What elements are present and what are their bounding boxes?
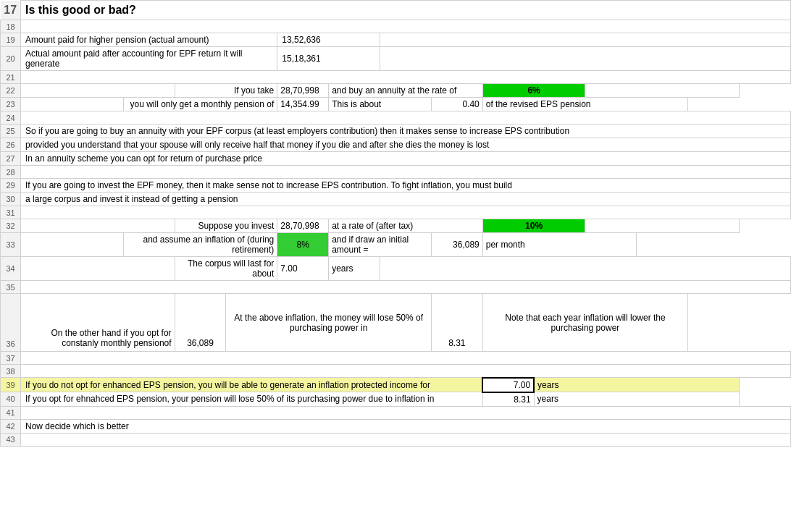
row22-text2: and buy an annuity at the rate of xyxy=(329,84,483,98)
row-26: 26 provided you understand that your spo… xyxy=(1,138,791,152)
row-num-17: 17 xyxy=(1,1,21,20)
row25-text: So if you are going to buy an annuity wi… xyxy=(21,124,791,138)
row-37: 37 xyxy=(1,352,791,365)
row26-text: provided you understand that your spouse… xyxy=(21,138,791,152)
row-17: 17 Is this good or bad? xyxy=(1,1,791,20)
row23-value1: 14,354.99 xyxy=(277,98,329,111)
row-42: 42 Now decide which is better xyxy=(1,419,791,433)
row34-text1: The corpus will last for about xyxy=(175,257,277,281)
row-20: 20 Actual amount paid after accounting f… xyxy=(1,47,791,71)
row32-value1: 28,70,998 xyxy=(277,219,329,233)
row32-text2: at a rate of (after tax) xyxy=(329,219,483,233)
row-num-34: 34 xyxy=(1,257,21,281)
row-34: 34 The corpus will last for about 7.00 y… xyxy=(1,257,791,281)
row-38: 38 xyxy=(1,365,791,378)
row-31: 31 xyxy=(1,206,791,219)
row-43: 43 xyxy=(1,433,791,446)
row23-value2: 0.40 xyxy=(431,98,482,111)
row33-value: 36,089 xyxy=(431,233,482,257)
row-num-37: 37 xyxy=(1,352,21,365)
row-41: 41 xyxy=(1,406,791,419)
row-num-18: 18 xyxy=(1,20,21,33)
row-27: 27 In an annuity scheme you can opt for … xyxy=(1,152,791,166)
row39-value: 7.00 xyxy=(482,378,534,392)
row-num-29: 29 xyxy=(1,179,21,193)
row36-text1: On the other hand if you opt for constan… xyxy=(21,294,175,352)
row33-text3: per month xyxy=(482,233,637,257)
row-num-35: 35 xyxy=(1,281,21,294)
row27-text: In an annuity scheme you can opt for ret… xyxy=(21,152,791,166)
row-21: 21 xyxy=(1,71,791,84)
row-num-21: 21 xyxy=(1,71,21,84)
row-num-43: 43 xyxy=(1,433,21,446)
row34-text2: years xyxy=(329,257,380,281)
row39-unit: years xyxy=(534,378,739,392)
row-num-38: 38 xyxy=(1,365,21,378)
row-num-30: 30 xyxy=(1,193,21,206)
row34-value: 7.00 xyxy=(277,257,329,281)
row-num-33: 33 xyxy=(1,233,21,257)
row22-value1: 28,70,998 xyxy=(277,84,329,98)
row-num-19: 19 xyxy=(1,33,21,47)
row-35: 35 xyxy=(1,281,791,294)
row-num-40: 40 xyxy=(1,392,21,407)
row36-note-text: Note that each year inflation will lower… xyxy=(482,294,687,352)
row33-text1: and assume an inflation of (during retir… xyxy=(123,233,277,257)
row-30: 30 a large corpus and invest it instead … xyxy=(1,193,791,206)
row33-text2: and if draw an initial amount = xyxy=(329,233,432,257)
row23-text2: This is about xyxy=(329,98,432,111)
row-num-26: 26 xyxy=(1,138,21,152)
row-num-24: 24 xyxy=(1,111,21,124)
row-num-42: 42 xyxy=(1,419,21,433)
row23-text1: you will only get a monthly pension of xyxy=(123,98,277,111)
row40-unit: years xyxy=(534,392,739,407)
row23-text3: of the revised EPS pension xyxy=(482,98,687,111)
row-22: 22 If you take 28,70,998 and buy an annu… xyxy=(1,84,791,98)
row30-text: a large corpus and invest it instead of … xyxy=(21,193,791,206)
row36-inflation-value: 8.31 xyxy=(431,294,482,352)
row39-text: If you do not opt for enhanced EPS pensi… xyxy=(21,378,483,392)
row-num-25: 25 xyxy=(1,124,21,138)
row32-rate: 10% xyxy=(482,219,585,233)
title-cell: Is this good or bad? xyxy=(21,1,791,20)
row-num-23: 23 xyxy=(1,98,21,111)
row19-value: 13,52,636 xyxy=(277,33,380,47)
row-19: 19 Amount paid for higher pension (actua… xyxy=(1,33,791,47)
row-24: 24 xyxy=(1,111,791,124)
row-num-41: 41 xyxy=(1,406,21,419)
row-num-39: 39 xyxy=(1,378,21,392)
row32-text1: Suppose you invest xyxy=(175,219,277,233)
row20-label: Actual amount paid after accounting for … xyxy=(21,47,277,71)
spreadsheet: 17 Is this good or bad? 18 19 Amount pai… xyxy=(0,0,791,447)
row36-value1: 36,089 xyxy=(175,294,226,352)
row-num-28: 28 xyxy=(1,166,21,179)
row33-rate: 8% xyxy=(277,233,329,257)
row-18: 18 xyxy=(1,20,791,33)
row-num-22: 22 xyxy=(1,84,21,98)
row-num-27: 27 xyxy=(1,152,21,166)
row-num-32: 32 xyxy=(1,219,21,233)
row-num-20: 20 xyxy=(1,47,21,71)
row-23: 23 you will only get a monthly pension o… xyxy=(1,98,791,111)
row-29: 29 If you are going to invest the EPF mo… xyxy=(1,179,791,193)
row22-text1: If you take xyxy=(175,84,277,98)
row29-text: If you are going to invest the EPF money… xyxy=(21,179,791,193)
row-num-31: 31 xyxy=(1,206,21,219)
row40-text: If you opt for ehnahced EPS pension, you… xyxy=(21,392,483,407)
row-33: 33 and assume an inflation of (during re… xyxy=(1,233,791,257)
row42-text: Now decide which is better xyxy=(21,419,791,433)
row-32: 32 Suppose you invest 28,70,998 at a rat… xyxy=(1,219,791,233)
row20-value: 15,18,361 xyxy=(277,47,380,71)
row-36: 36 On the other hand if you opt for cons… xyxy=(1,294,791,352)
row-25: 25 So if you are going to buy an annuity… xyxy=(1,124,791,138)
row-28: 28 xyxy=(1,166,791,179)
row-40: 40 If you opt for ehnahced EPS pension, … xyxy=(1,392,791,407)
row40-value: 8.31 xyxy=(482,392,534,407)
row19-label: Amount paid for higher pension (actual a… xyxy=(21,33,277,47)
row-39: 39 If you do not opt for enhanced EPS pe… xyxy=(1,378,791,392)
row22-rate: 6% xyxy=(482,84,585,98)
row36-inflation-text: At the above inflation, the money will l… xyxy=(226,294,431,352)
row-num-36: 36 xyxy=(1,294,21,352)
